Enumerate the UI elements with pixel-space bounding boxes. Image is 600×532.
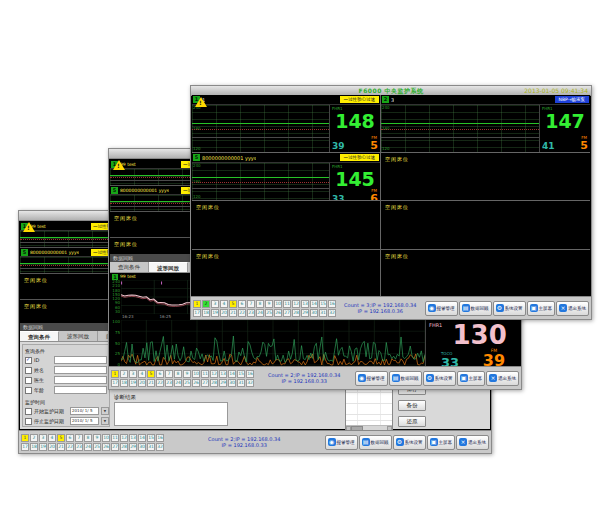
age-checkbox[interactable]	[25, 387, 32, 394]
bed-cell-17[interactable]: 17	[111, 379, 119, 387]
bed-cell-21[interactable]: 21	[147, 379, 155, 387]
bed-cell-7[interactable]: 7	[247, 300, 255, 308]
toolbar-button-screen[interactable]: ▣主屏幕	[427, 435, 456, 450]
name-input[interactable]	[54, 366, 107, 374]
bed-cell-16[interactable]: 16	[156, 434, 164, 442]
bed-cell-19[interactable]: 19	[211, 309, 219, 317]
bed-cell-18[interactable]: 18	[202, 309, 210, 317]
doctor-checkbox[interactable]	[25, 377, 32, 384]
bed-cell-11[interactable]: 11	[201, 370, 209, 378]
bed-cell-11[interactable]: 11	[283, 300, 291, 308]
bed-cell-27[interactable]: 27	[283, 309, 291, 317]
bed-cell-15[interactable]: 15	[147, 434, 155, 442]
bed-cell-15[interactable]: 15	[237, 370, 245, 378]
monitor-window-front[interactable]: F6000 中央监护系统 2013-01-05 09:41:34 1 1 一过性…	[190, 85, 592, 320]
bed-cell-22[interactable]: 22	[66, 443, 74, 451]
bed-cell-14[interactable]: 14	[310, 300, 318, 308]
id-input[interactable]	[54, 356, 107, 364]
alarm-chip[interactable]: 一过性胎心过速	[340, 154, 380, 161]
nbp-status-chip[interactable]: NBP→输液泵	[555, 96, 589, 103]
stop-date-checkbox[interactable]	[25, 418, 32, 425]
bed-cell-19[interactable]: 19	[129, 379, 137, 387]
start-date-checkbox[interactable]	[25, 408, 32, 415]
bed-cell-14[interactable]: 14	[228, 370, 236, 378]
bed-cell-3[interactable]: 3	[129, 370, 137, 378]
bed-cell-2[interactable]: 2	[202, 300, 210, 308]
tab-waveform-playback[interactable]: 波形回放	[149, 262, 188, 272]
toolbar-button-review[interactable]: ▤数据回顾	[389, 371, 422, 386]
bed-cell-29[interactable]: 29	[219, 379, 227, 387]
bed-cell-21[interactable]: 21	[57, 443, 65, 451]
bed-cell-17[interactable]: 17	[21, 443, 29, 451]
bed-cell-8[interactable]: 8	[174, 370, 182, 378]
tab-waveform-playback[interactable]: 波形回放	[59, 331, 98, 341]
bed-cell-28[interactable]: 28	[210, 379, 218, 387]
bed-cell-25[interactable]: 25	[93, 443, 101, 451]
bed-cell-1[interactable]: 1	[193, 300, 201, 308]
bed-cell-31[interactable]: 31	[319, 309, 327, 317]
side-button[interactable]: 备份	[398, 400, 426, 411]
bed-cell-4[interactable]: 4	[48, 434, 56, 442]
bed-cell-30[interactable]: 30	[138, 443, 146, 451]
bed-cell-30[interactable]: 30	[310, 309, 318, 317]
bed-panel[interactable]: 5 8000000000001 yyys 一过性胎心过速	[110, 186, 200, 211]
bed-cell-26[interactable]: 26	[102, 443, 110, 451]
bed-cell-3[interactable]: 3	[39, 434, 47, 442]
tab-query-conditions[interactable]: 查询条件	[20, 331, 59, 341]
bed-cell-7[interactable]: 7	[75, 434, 83, 442]
bed-cell-23[interactable]: 23	[165, 379, 173, 387]
bed-cell-26[interactable]: 26	[274, 309, 282, 317]
bed-cell-26[interactable]: 26	[192, 379, 200, 387]
toolbar-button-review[interactable]: ▤数据回顾	[359, 435, 392, 450]
bed-cell-17[interactable]: 17	[193, 309, 201, 317]
bed-panel[interactable]: 1 1 一过性胎心过速 240180120 FHR1 148 39 FM	[192, 95, 380, 152]
bed-cell-9[interactable]: 9	[265, 300, 273, 308]
start-date-dropdown-icon[interactable]: ▼	[101, 407, 109, 415]
bed-cell-4[interactable]: 4	[138, 370, 146, 378]
age-input[interactable]	[54, 386, 107, 394]
bed-cell-27[interactable]: 27	[111, 443, 119, 451]
bed-cell-28[interactable]: 28	[292, 309, 300, 317]
toolbar-button-exit[interactable]: ×退出系统	[486, 371, 519, 386]
bed-cell-5[interactable]: 5	[229, 300, 237, 308]
bed-cell-24[interactable]: 24	[256, 309, 264, 317]
bed-cell-32[interactable]: 32	[328, 309, 336, 317]
bed-cell-12[interactable]: 12	[210, 370, 218, 378]
bed-cell-15[interactable]: 15	[319, 300, 327, 308]
stop-date-input[interactable]: 2010/ 1/ 5	[70, 417, 99, 425]
bed-cell-21[interactable]: 21	[229, 309, 237, 317]
toolbar-button-settings[interactable]: ⚙系统设置	[393, 435, 426, 450]
bed-cell-10[interactable]: 10	[102, 434, 110, 442]
bed-cell-10[interactable]: 10	[274, 300, 282, 308]
bed-cell-5[interactable]: 5	[57, 434, 65, 442]
bed-cell-22[interactable]: 22	[238, 309, 246, 317]
toolbar-button-settings[interactable]: ⚙系统设置	[493, 301, 526, 316]
bed-cell-12[interactable]: 12	[292, 300, 300, 308]
bed-cell-16[interactable]: 16	[328, 300, 336, 308]
bed-cell-20[interactable]: 20	[48, 443, 56, 451]
start-date-input[interactable]: 2010/ 1/ 5	[70, 407, 99, 415]
bed-cell-24[interactable]: 24	[174, 379, 182, 387]
bed-cell-28[interactable]: 28	[120, 443, 128, 451]
bed-cell-29[interactable]: 29	[129, 443, 137, 451]
bed-cell-31[interactable]: 31	[147, 443, 155, 451]
toolbar-button-review[interactable]: ▤数据回顾	[459, 301, 492, 316]
bed-cell-23[interactable]: 23	[247, 309, 255, 317]
bed-cell-13[interactable]: 13	[129, 434, 137, 442]
bed-cell-14[interactable]: 14	[138, 434, 146, 442]
toolbar-button-alarm[interactable]: ◉报警管理	[355, 371, 388, 386]
side-button[interactable]: 还原	[398, 416, 426, 427]
bed-cell-18[interactable]: 18	[30, 443, 38, 451]
bed-cell-20[interactable]: 20	[138, 379, 146, 387]
bed-cell-25[interactable]: 25	[265, 309, 273, 317]
bed-cell-32[interactable]: 32	[156, 443, 164, 451]
bed-panel[interactable]: 2 3 NBP→输液泵 240180120 FHR1 147 41 FM	[381, 95, 590, 152]
bed-cell-9[interactable]: 9	[93, 434, 101, 442]
bed-panel[interactable]: 5 8000000000001 yyys 一过性胎心过速	[20, 248, 110, 273]
bed-cell-29[interactable]: 29	[301, 309, 309, 317]
bed-cell-8[interactable]: 8	[256, 300, 264, 308]
bed-cell-24[interactable]: 24	[84, 443, 92, 451]
bed-cell-19[interactable]: 19	[39, 443, 47, 451]
toolbar-button-exit[interactable]: ×退出系统	[556, 301, 589, 316]
bed-cell-6[interactable]: 6	[156, 370, 164, 378]
